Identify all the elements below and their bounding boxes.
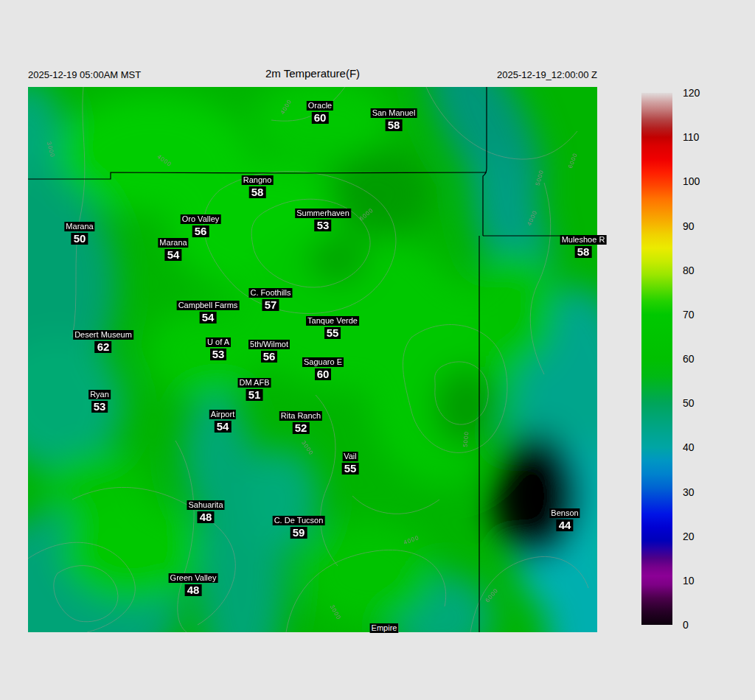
station-label: DM AFB51	[238, 378, 271, 401]
station-label: Marana50	[64, 222, 94, 245]
station-label: San Manuel58	[371, 108, 417, 131]
station-name: DM AFB	[238, 378, 271, 388]
station-label: Oracle60	[307, 101, 333, 124]
colorbar	[641, 93, 672, 625]
valid-time-utc: 2025-12-19_12:00:00 Z	[0, 69, 597, 80]
colorbar-tick-label: 60	[683, 353, 720, 365]
colorbar-tick-label: 0	[683, 619, 720, 631]
temperature-map: Oracle60San Manuel58Rangno58Summerhaven5…	[28, 87, 597, 632]
station-label: C. De Tucson59	[273, 516, 325, 539]
colorbar-tick-label: 50	[683, 397, 720, 409]
station-label: Desert Museum62	[73, 330, 133, 353]
station-name: Marana	[158, 238, 188, 248]
station-value: 53	[315, 220, 332, 231]
station-name: Airport	[209, 410, 236, 419]
station-value: 60	[312, 112, 329, 124]
station-value: 51	[246, 389, 263, 401]
colorbar-tick-label: 20	[683, 531, 720, 542]
colorbar-tick-label: 90	[683, 220, 720, 232]
station-name: Sahuarita	[187, 500, 224, 510]
station-name: 5th/Wilmot	[248, 340, 290, 349]
station-name: Empire	[370, 623, 399, 633]
station-label: Vail55	[342, 452, 359, 475]
station-label: Sahuarita48	[187, 500, 224, 523]
colorbar-tick-label: 110	[683, 131, 720, 143]
station-name: San Manuel	[371, 108, 417, 118]
station-name: Benson	[549, 508, 580, 518]
station-name: Vail	[342, 452, 358, 461]
station-value: 55	[324, 327, 341, 339]
station-label: Oro Valley56	[181, 214, 221, 237]
station-name: Saguaro E	[302, 357, 344, 367]
station-label: Empire	[370, 623, 399, 633]
station-value: 50	[72, 233, 88, 245]
station-name: Campbell Farms	[177, 301, 240, 310]
station-label: Summerhaven53	[295, 209, 351, 231]
station-value: 54	[215, 421, 232, 433]
contour-elevation-label: 5000	[462, 431, 470, 447]
station-name: U of A	[206, 337, 231, 347]
station-value: 53	[210, 349, 227, 360]
station-label: Muleshoe R58	[560, 235, 607, 258]
colorbar-tick-label: 30	[683, 486, 720, 498]
station-label: Airport54	[209, 410, 236, 433]
station-value: 52	[293, 422, 310, 434]
colorbar-tick-label: 80	[683, 265, 720, 276]
station-value: 56	[192, 225, 209, 237]
colorbar-tick-label: 100	[683, 175, 720, 187]
station-name: Tanque Verde	[306, 316, 359, 326]
station-label: Rangno58	[242, 175, 274, 198]
station-label: Marana54	[158, 238, 188, 261]
station-label: 5th/Wilmot56	[248, 340, 290, 363]
station-value: 54	[165, 249, 182, 261]
station-value: 57	[262, 299, 279, 311]
station-name: Ryan	[88, 390, 111, 399]
station-name: Marana	[64, 222, 94, 231]
station-value: 55	[342, 463, 359, 475]
station-value: 44	[557, 519, 574, 531]
station-name: Oracle	[307, 101, 333, 111]
station-label: C. Foothills57	[248, 288, 292, 311]
station-name: Rita Ranch	[279, 411, 322, 421]
station-label: Ryan53	[88, 390, 111, 413]
station-label: Benson44	[549, 508, 580, 531]
colorbar-tick-label: 40	[683, 441, 720, 453]
station-value: 59	[290, 527, 307, 539]
station-label: U of A53	[206, 337, 231, 360]
station-label: Rita Ranch52	[279, 411, 322, 434]
station-name: Desert Museum	[73, 330, 133, 340]
station-name: C. De Tucson	[273, 516, 325, 525]
station-value: 53	[91, 401, 108, 413]
colorbar-tick-label: 70	[683, 309, 720, 321]
station-label: Green Valley48	[169, 573, 218, 596]
station-name: Summerhaven	[295, 209, 351, 218]
station-value: 56	[261, 351, 278, 363]
station-name: C. Foothills	[248, 288, 292, 298]
station-value: 54	[200, 312, 217, 323]
station-value: 48	[198, 511, 215, 523]
station-value: 58	[249, 186, 266, 198]
station-name: Oro Valley	[181, 214, 221, 224]
station-value: 48	[185, 584, 202, 596]
station-name: Green Valley	[169, 573, 218, 583]
station-name: Rangno	[242, 175, 274, 185]
station-value: 60	[315, 368, 332, 380]
colorbar-tick-label: 120	[683, 87, 720, 99]
station-value: 62	[95, 341, 112, 353]
station-value: 58	[575, 246, 592, 258]
station-value: 58	[386, 119, 403, 131]
station-name: Muleshoe R	[560, 235, 607, 245]
station-label: Campbell Farms54	[177, 301, 240, 323]
station-label: Tanque Verde55	[306, 316, 359, 339]
colorbar-tick-label: 10	[683, 575, 720, 587]
station-label: Saguaro E60	[302, 357, 344, 380]
